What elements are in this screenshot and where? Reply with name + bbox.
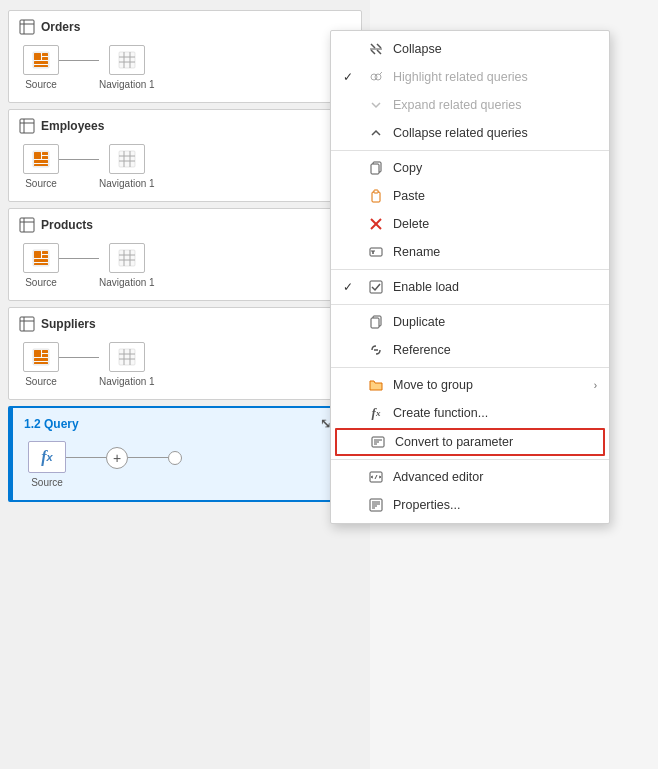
nav-node-employees: Navigation 1: [99, 144, 155, 189]
source-node-employees: Source: [23, 144, 59, 189]
expand-icon: [367, 96, 385, 114]
query-name-employees: Employees: [41, 119, 104, 133]
svg-rect-36: [34, 263, 48, 265]
highlight-icon: [367, 68, 385, 86]
svg-rect-46: [34, 350, 41, 357]
divider-4: [331, 367, 609, 368]
svg-rect-60: [371, 164, 379, 174]
svg-rect-0: [20, 20, 34, 34]
reference-icon: [367, 341, 385, 359]
svg-point-57: [375, 74, 381, 80]
nav-node-products: Navigation 1: [99, 243, 155, 288]
query-card-suppliers[interactable]: Suppliers Source: [8, 307, 362, 400]
check-reference: [343, 343, 359, 357]
connector-orders: [59, 60, 99, 61]
table-icon-employees: [19, 118, 35, 134]
menu-item-highlight[interactable]: ✓ Highlight related queries: [331, 63, 609, 91]
divider-5: [331, 459, 609, 460]
svg-rect-35: [34, 259, 48, 262]
svg-rect-32: [34, 251, 41, 258]
menu-item-rename[interactable]: Rename: [331, 238, 609, 266]
query-title-suppliers: Suppliers: [19, 316, 351, 332]
query-name-12query: 1.2 Query: [24, 417, 79, 431]
menu-item-convert-to-parameter[interactable]: Convert to parameter: [335, 428, 605, 456]
query-nodes-employees: Source Navigation 1: [19, 142, 351, 191]
menu-item-create-function[interactable]: fx Create function...: [331, 399, 609, 427]
svg-rect-4: [34, 53, 41, 60]
svg-rect-48: [42, 354, 48, 357]
menu-item-collapse[interactable]: Collapse: [331, 35, 609, 63]
check-delete: [343, 217, 359, 231]
delete-icon: [367, 215, 385, 233]
connector-products: [59, 258, 99, 259]
svg-rect-50: [34, 362, 48, 364]
menu-item-expand[interactable]: Expand related queries: [331, 91, 609, 119]
selected-border: [10, 408, 13, 500]
connector-employees: [59, 159, 99, 160]
folder-icon: [367, 376, 385, 394]
svg-rect-34: [42, 255, 48, 258]
svg-rect-47: [42, 350, 48, 353]
nav-label-orders: Navigation 1: [99, 79, 155, 90]
nav-icon-employees: [109, 144, 145, 174]
query-name-products: Products: [41, 218, 93, 232]
paste-label: Paste: [393, 189, 597, 203]
circle-node-12query: [168, 451, 182, 465]
fx-menu-icon: fx: [367, 404, 385, 422]
check-highlight: ✓: [343, 70, 359, 84]
svg-rect-6: [42, 57, 48, 60]
query-panel: Orders Source: [0, 0, 370, 769]
menu-item-advanced-editor[interactable]: Advanced editor: [331, 463, 609, 491]
move-to-group-arrow: ›: [594, 380, 597, 391]
source-icon-suppliers: [23, 342, 59, 372]
collapse-icon: [367, 40, 385, 58]
check-move-to-group: [343, 378, 359, 392]
menu-item-collapse-related[interactable]: Collapse related queries: [331, 119, 609, 147]
query-card-products[interactable]: Products Source: [8, 208, 362, 301]
menu-item-duplicate[interactable]: Duplicate: [331, 308, 609, 336]
plus-node-12query[interactable]: +: [106, 447, 128, 469]
source-icon-employees: [23, 144, 59, 174]
nav-icon-products: [109, 243, 145, 273]
query-nodes-orders: Source Navigation 1: [19, 43, 351, 92]
query-title-orders: Orders: [19, 19, 351, 35]
menu-item-copy[interactable]: Copy: [331, 154, 609, 182]
query-card-orders[interactable]: Orders Source: [8, 10, 362, 103]
query-nodes-suppliers: Source Navigation 1: [19, 340, 351, 389]
menu-item-move-to-group[interactable]: Move to group ›: [331, 371, 609, 399]
check-enable-load: ✓: [343, 280, 359, 294]
copy-icon: [367, 159, 385, 177]
source-node-products: Source: [23, 243, 59, 288]
query-title-12query: 1.2 Query ⤡ ⋮: [24, 416, 350, 431]
menu-item-properties[interactable]: Properties...: [331, 491, 609, 519]
svg-rect-22: [34, 164, 48, 166]
properties-label: Properties...: [393, 498, 597, 512]
menu-item-delete[interactable]: Delete: [331, 210, 609, 238]
rename-icon: [367, 243, 385, 261]
svg-rect-33: [42, 251, 48, 254]
nav-label-employees: Navigation 1: [99, 178, 155, 189]
advanced-editor-icon: [367, 468, 385, 486]
rename-label: Rename: [393, 245, 597, 259]
svg-rect-62: [374, 190, 378, 193]
enable-load-label: Enable load: [393, 280, 597, 294]
svg-rect-23: [119, 151, 135, 167]
connector-12query-2: [128, 457, 168, 458]
check-collapse: [343, 42, 359, 56]
query-card-12query[interactable]: 1.2 Query ⤡ ⋮ fx Source +: [8, 406, 362, 502]
table-icon-suppliers: [19, 316, 35, 332]
expand-label: Expand related queries: [393, 98, 597, 112]
svg-rect-28: [20, 218, 34, 232]
menu-item-enable-load[interactable]: ✓ Enable load: [331, 273, 609, 301]
query-title-employees: Employees: [19, 118, 351, 134]
divider-3: [331, 304, 609, 305]
table-icon-products: [19, 217, 35, 233]
source-icon-orders: [23, 45, 59, 75]
menu-item-paste[interactable]: Paste: [331, 182, 609, 210]
svg-rect-19: [42, 152, 48, 155]
divider-2: [331, 269, 609, 270]
plus-icon-12query[interactable]: +: [106, 447, 128, 469]
source-icon-products: [23, 243, 59, 273]
menu-item-reference[interactable]: Reference: [331, 336, 609, 364]
query-card-employees[interactable]: Employees Source: [8, 109, 362, 202]
